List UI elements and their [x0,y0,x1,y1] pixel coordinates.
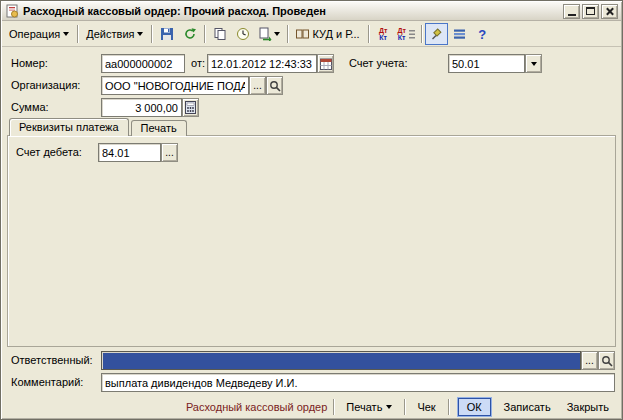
based-on-icon [258,27,272,41]
toolbar: Операция Действия [2,22,621,47]
toolbar-separator [421,25,422,43]
sum-label: Сумма: [11,98,49,116]
close-form-button[interactable]: Закрыть [561,398,615,416]
account-select[interactable] [448,54,525,73]
help-button[interactable]: ? [471,23,494,45]
calendar-button[interactable] [317,54,334,73]
create-based-on-button[interactable] [254,23,284,45]
footer: Расходный кассовый ордер Печать Чек ОК З… [7,396,615,417]
dtkt-list-icon: Дт Кт [397,27,405,41]
clock-icon [236,27,250,41]
maximize-icon [586,7,595,15]
set-time-button[interactable] [231,23,254,45]
minimize-button[interactable] [563,4,580,19]
number-input[interactable] [101,54,185,73]
actions-label: Действия [86,28,134,40]
kt-label: Кт [397,34,405,41]
window-controls [563,4,618,19]
dtkt-list-button[interactable]: Дт Кт [395,23,418,45]
kud-button[interactable]: КУД и Р... [291,23,364,45]
toolbar-separator [287,25,288,43]
print-label: Печать [346,401,382,413]
org-lookup-button[interactable] [266,76,283,95]
kud-label: КУД и Р... [312,28,359,40]
structure-icon [453,28,466,40]
maximize-button[interactable] [582,4,599,19]
responsible-ellipsis-button[interactable]: ... [581,351,598,370]
chevron-down-icon [386,405,392,409]
refresh-icon [183,27,197,41]
pin-icon [430,28,443,41]
title-bar: Расходный кассовый ордер: Прочий расход.… [2,2,621,21]
tab-print[interactable]: Печать [131,120,187,136]
dtkt-button[interactable]: Дт Кт [372,23,395,45]
responsible-label: Ответственный: [11,351,93,369]
debit-label: Счет дебета: [16,143,82,161]
account-label: Счет учета: [349,54,407,72]
write-button[interactable]: Записать [498,398,557,416]
doc-type-label: Расходный кассовый ордер [186,401,327,413]
responsible-input[interactable] [101,351,581,370]
sum-input[interactable] [101,98,182,117]
check-button[interactable]: Чек [411,398,441,416]
print-button[interactable]: Печать [340,398,398,416]
help-icon: ? [478,27,486,42]
comment-input[interactable] [101,373,615,392]
toolbar-separator [151,25,152,43]
footer-separator [404,399,405,415]
account-dropdown-button[interactable] [525,54,542,73]
copy-button[interactable] [208,23,231,45]
reread-button[interactable] [178,23,201,45]
operation-label: Операция [9,28,60,40]
book-icon [296,28,309,40]
app-window: Расходный кассовый ордер: Прочий расход.… [0,0,623,420]
chevron-down-icon [137,32,143,36]
actions-menu-button[interactable]: Действия [81,23,148,45]
magnifier-icon [269,80,281,92]
ok-button[interactable]: ОК [458,398,491,416]
chevron-down-icon [63,32,69,36]
kt-label: Кт [379,34,387,41]
org-input[interactable] [101,76,249,95]
save-icon [160,27,174,41]
org-ellipsis-button[interactable]: ... [249,76,266,95]
structure-button[interactable] [448,23,471,45]
responsible-lookup-button[interactable] [598,351,615,370]
calendar-icon [320,58,332,70]
dtkt-icon: Дт Кт [379,27,387,41]
save-button[interactable] [155,23,178,45]
dt-label: Дт [379,27,387,34]
document-icon [5,4,19,18]
tab-payment-details[interactable]: Реквизиты платежа [9,118,129,136]
pin-button[interactable] [425,23,448,45]
toolbar-separator [77,25,78,43]
window-title: Расходный кассовый ордер: Прочий расход.… [23,5,559,17]
close-button[interactable] [601,4,618,19]
footer-separator [448,399,449,415]
date-prefix-label: от: [191,54,205,72]
footer-separator [333,399,334,415]
org-label: Организация: [11,76,80,94]
comment-label: Комментарий: [11,373,83,391]
toolbar-separator [368,25,369,43]
chevron-down-icon [531,62,537,66]
chevron-down-icon [274,32,280,36]
operation-menu-button[interactable]: Операция [4,23,74,45]
tab-panel: Счет дебета: ... [7,135,616,347]
minimize-icon [568,14,576,16]
debit-ellipsis-button[interactable]: ... [161,143,178,162]
debit-input[interactable] [98,143,161,162]
calculator-icon [185,101,196,114]
magnifier-icon [601,355,613,367]
tab-bar: Реквизиты платежа Печать [9,118,189,136]
date-input[interactable] [207,54,317,73]
toolbar-separator [204,25,205,43]
dt-label: Дт [397,27,405,34]
copy-icon [213,27,227,41]
number-label: Номер: [11,54,48,72]
list-icon [409,28,415,40]
calculator-button[interactable] [182,98,199,117]
close-icon [605,7,614,16]
